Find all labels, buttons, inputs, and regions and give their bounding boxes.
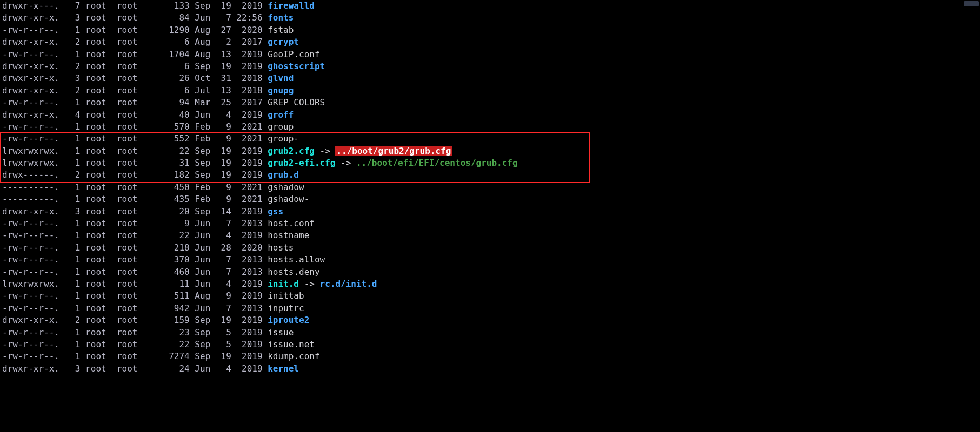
col-month: Sep xyxy=(190,157,216,169)
col-name: kernel xyxy=(268,363,299,375)
col-group: root xyxy=(111,314,143,326)
col-owner: root xyxy=(80,302,111,314)
col-owner: root xyxy=(80,290,111,302)
ls-row: -rw-r--r--.1rootroot22Jun42019hostname xyxy=(2,230,978,241)
col-owner: root xyxy=(80,339,111,350)
col-group: root xyxy=(111,49,143,60)
filename: gshadow- xyxy=(268,194,309,204)
col-group: root xyxy=(111,181,143,193)
col-perms: ----------. xyxy=(2,193,65,205)
ls-row: -rw-r--r--.1rootroot22Sep52019issue.net xyxy=(2,339,978,350)
col-links: 2 xyxy=(65,85,81,97)
col-size: 460 xyxy=(143,266,190,278)
col-month: Jun xyxy=(190,254,216,266)
filename: grub.d xyxy=(268,170,299,180)
ls-row: drwxr-xr-x.2rootroot6Sep192019ghostscrip… xyxy=(2,60,978,72)
col-size: 450 xyxy=(143,181,190,193)
col-perms: -rw-r--r--. xyxy=(2,327,65,339)
col-name: gshadow xyxy=(268,181,304,193)
col-perms: drwxr-xr-x. xyxy=(2,85,65,97)
col-size: 84 xyxy=(143,12,190,24)
col-day: 28 xyxy=(216,242,231,254)
col-day: 19 xyxy=(216,157,231,169)
col-size: 218 xyxy=(143,242,190,254)
arrow-icon: -> xyxy=(315,146,336,156)
col-links: 1 xyxy=(65,254,81,266)
col-perms: drwxr-x---. xyxy=(2,0,65,12)
col-name: group- xyxy=(268,133,299,145)
ls-row: drwx------.2rootroot182Sep192019grub.d xyxy=(2,169,978,181)
col-owner: root xyxy=(80,36,111,48)
col-links: 1 xyxy=(65,242,81,254)
col-day: 4 xyxy=(216,278,231,290)
col-group: root xyxy=(111,193,143,205)
col-month: Feb xyxy=(190,121,216,133)
col-links: 1 xyxy=(65,133,81,145)
col-links: 1 xyxy=(65,230,81,241)
col-size: 511 xyxy=(143,290,190,302)
col-name: kdump.conf xyxy=(268,350,319,362)
col-name: grub.d xyxy=(268,169,299,181)
col-name: ghostscript xyxy=(268,60,325,72)
col-perms: drwxr-xr-x. xyxy=(2,314,65,326)
filename: fonts xyxy=(268,12,294,23)
col-owner: root xyxy=(80,327,111,339)
col-owner: root xyxy=(80,109,111,121)
col-day: 7 xyxy=(216,302,231,314)
col-size: 24 xyxy=(143,363,190,375)
filename: groff xyxy=(268,110,294,120)
filename: hostname xyxy=(268,230,309,240)
col-month: Sep xyxy=(190,327,216,339)
col-links: 1 xyxy=(65,266,81,278)
ls-row: lrwxrwxrwx.1rootroot31Sep192019grub2-efi… xyxy=(2,157,978,169)
col-size: 182 xyxy=(143,169,190,181)
col-day: 7 xyxy=(216,218,231,230)
filename: gshadow xyxy=(268,182,304,192)
col-time: 22:56 xyxy=(231,12,268,24)
filename: hosts xyxy=(268,242,294,253)
col-day: 19 xyxy=(216,169,231,181)
col-owner: root xyxy=(80,97,111,109)
col-name: fonts xyxy=(268,12,294,24)
col-group: root xyxy=(111,242,143,254)
col-time: 2018 xyxy=(231,85,268,97)
col-group: root xyxy=(111,145,143,157)
col-perms: -rw-r--r--. xyxy=(2,97,65,109)
col-size: 6 xyxy=(143,36,190,48)
col-name: groff xyxy=(268,109,294,121)
col-perms: -rw-r--r--. xyxy=(2,254,65,266)
col-group: root xyxy=(111,278,143,290)
filename: issue xyxy=(268,327,294,338)
col-month: Sep xyxy=(190,206,216,218)
col-links: 1 xyxy=(65,218,81,230)
col-links: 1 xyxy=(65,327,81,339)
col-name: gshadow- xyxy=(268,193,309,205)
col-owner: root xyxy=(80,24,111,36)
col-time: 2013 xyxy=(231,266,268,278)
col-links: 1 xyxy=(65,97,81,109)
col-size: 22 xyxy=(143,230,190,241)
col-month: Sep xyxy=(190,145,216,157)
col-group: root xyxy=(111,12,143,24)
col-day: 5 xyxy=(216,339,231,350)
col-perms: -rw-r--r--. xyxy=(2,302,65,314)
col-size: 26 xyxy=(143,72,190,84)
scrollbar-thumb[interactable] xyxy=(964,1,979,6)
ls-row: drwxr-xr-x.3rootroot84Jun722:56fonts xyxy=(2,12,978,24)
col-day: 2 xyxy=(216,36,231,48)
col-perms: drwxr-xr-x. xyxy=(2,363,65,375)
col-group: root xyxy=(111,350,143,362)
col-month: Jun xyxy=(190,218,216,230)
col-perms: -rw-r--r--. xyxy=(2,266,65,278)
ls-row: ----------.1rootroot450Feb92021gshadow xyxy=(2,181,978,193)
filename: gnupg xyxy=(268,85,294,96)
col-name: inputrc xyxy=(268,302,304,314)
filename: host.conf xyxy=(268,218,315,228)
col-owner: root xyxy=(80,266,111,278)
terminal-output[interactable]: drwxr-x---.7rootroot133Sep192019firewall… xyxy=(0,0,980,375)
col-owner: root xyxy=(80,49,111,60)
ls-row: -rw-r--r--.1rootroot7274Sep192019kdump.c… xyxy=(2,350,978,362)
col-links: 1 xyxy=(65,339,81,350)
col-month: Aug xyxy=(190,290,216,302)
col-day: 19 xyxy=(216,350,231,362)
